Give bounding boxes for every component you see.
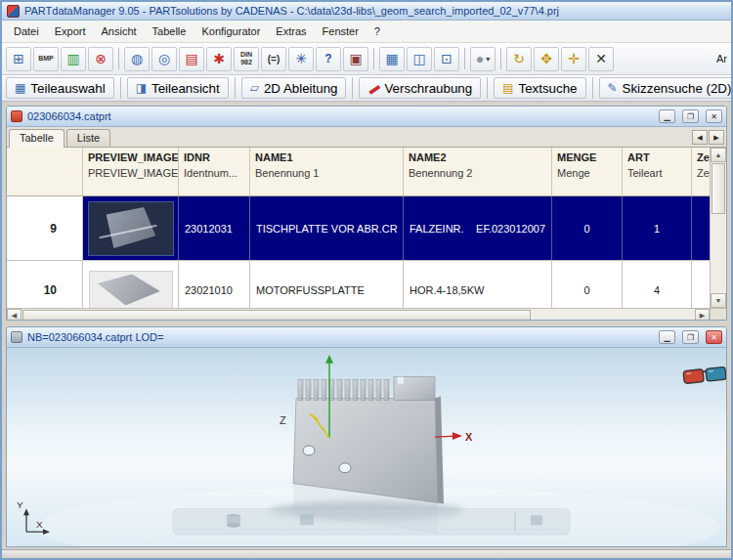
table-window: 023066034.catprt ▁ ❐ ✕ Tabelle Liste ◀ ▶… xyxy=(6,106,727,321)
column-name: ART xyxy=(627,151,686,163)
viewer-close-button[interactable]: ✕ xyxy=(706,330,722,344)
table-row[interactable]: 9 23012031 TISCHPLATTE VOR ABR.CR FALZEI… xyxy=(7,196,710,261)
din-standard-button[interactable]: DIN 982 xyxy=(234,47,259,71)
teileansicht-button[interactable]: ◨Teileansicht xyxy=(127,77,229,99)
viewer-window-titlebar[interactable]: NB=023066034.catprt LOD= ▁ ❐ ✕ xyxy=(7,327,726,348)
viewer-3d-canvas[interactable]: Z X xyxy=(7,348,726,546)
sphere-view-dropdown[interactable]: ●▾ xyxy=(470,47,496,71)
viewer-restore-button[interactable]: ❐ xyxy=(682,330,699,344)
table-restore-button[interactable]: ❐ xyxy=(682,109,699,123)
snowflake-button[interactable]: ✱ xyxy=(206,47,232,71)
din-standard-icon: DIN 982 xyxy=(235,51,258,66)
pdf-export-button[interactable]: ▤ xyxy=(179,47,204,71)
titlebar[interactable]: PARTdataManager 9.05 - PARTsolutions by … xyxy=(2,2,731,21)
textsuche-button[interactable]: ▤Textsuche xyxy=(494,77,585,99)
horizontal-scrollbar[interactable]: ◀ ▶ xyxy=(7,308,726,321)
toolbar-separator xyxy=(118,48,119,69)
equals-button[interactable]: (=) xyxy=(261,47,286,71)
viewer-toolbar-overlay[interactable] xyxy=(173,508,570,535)
horizontal-scroll-track[interactable] xyxy=(532,309,695,321)
vertical-scroll-thumb[interactable] xyxy=(711,163,725,214)
stamp-button[interactable]: ▣ xyxy=(343,47,368,71)
menu-tabelle[interactable]: Tabelle xyxy=(145,22,194,40)
preview-cell xyxy=(83,196,179,260)
scroll-left-icon[interactable]: ◀ xyxy=(7,309,22,321)
tab-tabelle[interactable]: Tabelle xyxy=(9,129,65,148)
teileauswahl-button[interactable]: ▦Teileauswahl xyxy=(6,77,114,99)
header-idnr[interactable]: IDNRIdentnum... xyxy=(179,148,250,195)
clipped-toolbar-label: Ar xyxy=(716,53,727,65)
snowflake-icon: ✱ xyxy=(213,51,225,66)
asterisk-button[interactable]: ✳ xyxy=(288,47,314,71)
pan-button[interactable]: ✥ xyxy=(534,47,559,71)
tools-button[interactable]: ✕ xyxy=(588,47,614,71)
globe-link-button[interactable]: ◎ xyxy=(151,47,177,71)
toolbar-separator xyxy=(373,48,374,69)
help-icon: ? xyxy=(324,52,331,65)
table-body: PREVIEW_IMAGEPREVIEW_IMAGE IDNRIdentnum.… xyxy=(7,148,726,308)
preview-cell xyxy=(83,261,179,308)
table-header-row: PREVIEW_IMAGEPREVIEW_IMAGE IDNRIdentnum.… xyxy=(7,148,710,196)
header-art[interactable]: ARTTeileart xyxy=(623,148,692,195)
part-view-icon: ◨ xyxy=(136,81,147,95)
scroll-right-icon[interactable]: ▶ xyxy=(695,309,710,321)
textsuche-label: Textsuche xyxy=(518,81,577,96)
axis-button[interactable]: ✛ xyxy=(561,47,586,71)
screen-preview-button[interactable]: ⊡ xyxy=(434,47,459,71)
ableitung-2d-label: 2D Ableitung xyxy=(264,81,338,96)
part-plate xyxy=(293,377,444,504)
header-ze[interactable]: ZeZe xyxy=(692,148,710,195)
scroll-up-icon[interactable]: ▲ xyxy=(711,148,726,162)
export-table-button[interactable]: ⊞ xyxy=(6,47,31,71)
idnr-cell: 23021010 xyxy=(179,261,250,308)
help-button[interactable]: ? xyxy=(316,47,341,71)
header-preview-image[interactable]: PREVIEW_IMAGEPREVIEW_IMAGE xyxy=(83,148,179,195)
menu-export[interactable]: Export xyxy=(47,22,94,40)
scroll-down-icon[interactable]: ▼ xyxy=(711,293,726,308)
vertical-scrollbar[interactable]: ▲ ▼ xyxy=(710,148,726,308)
menu-fenster[interactable]: Fenster xyxy=(315,22,366,40)
video-button[interactable]: ▥ xyxy=(61,47,86,71)
table-window-titlebar[interactable]: 023066034.catprt ▁ ❐ ✕ xyxy=(7,107,726,127)
table-close-button[interactable]: ✕ xyxy=(706,109,722,123)
header-name1[interactable]: NAME1Benennung 1 xyxy=(250,148,404,195)
vertical-scroll-track[interactable] xyxy=(711,215,726,293)
name1-text: MOTORFUSSPLATTE xyxy=(256,284,365,296)
chevron-down-icon: ▾ xyxy=(486,55,490,64)
horizontal-scroll-thumb[interactable] xyxy=(22,310,531,321)
tab-scroll-right-icon[interactable]: ▶ xyxy=(709,130,724,145)
ze-cell xyxy=(692,196,710,260)
table-window-icon: ◫ xyxy=(412,51,425,66)
table-minimize-button[interactable]: ▁ xyxy=(659,109,675,123)
tab-liste[interactable]: Liste xyxy=(66,129,110,147)
bmp-export-button[interactable]: BMP xyxy=(33,47,59,71)
part-thumbnail xyxy=(89,271,173,309)
column-name: MENGE xyxy=(557,151,617,163)
table-view-button[interactable]: ▦ xyxy=(379,47,405,71)
viewer-minimize-button[interactable]: ▁ xyxy=(659,330,675,344)
menge-cell: 0 xyxy=(552,196,623,260)
column-sub: Menge xyxy=(557,167,617,179)
table-row[interactable]: 10 23021010 MOTORFUSSPLATTE HOR.4-18,5KW… xyxy=(7,261,710,308)
header-menge[interactable]: MENGEMenge xyxy=(552,148,623,195)
menu-extras[interactable]: Extras xyxy=(268,22,314,40)
export-table-icon: ⊞ xyxy=(13,51,24,66)
delete-button[interactable]: ⊗ xyxy=(88,47,113,71)
table-window-button[interactable]: ◫ xyxy=(407,47,432,71)
menu-help[interactable]: ? xyxy=(366,22,388,40)
rotate-button[interactable]: ↻ xyxy=(506,47,532,71)
menu-datei[interactable]: Datei xyxy=(6,22,47,40)
tab-scroll-left-icon[interactable]: ◀ xyxy=(692,130,708,145)
globe-button[interactable]: ◍ xyxy=(124,47,150,71)
delete-icon: ⊗ xyxy=(95,51,107,66)
header-name2[interactable]: NAME2Benennung 2 xyxy=(404,148,552,195)
axis-icon: ✛ xyxy=(568,51,580,66)
skizzensuche-button[interactable]: ✎Skizzensuche (2D) xyxy=(599,77,732,99)
ableitung-2d-button[interactable]: ▱2D Ableitung xyxy=(241,77,347,99)
toolbar-separator xyxy=(352,77,353,99)
menu-ansicht[interactable]: Ansicht xyxy=(93,22,144,40)
verschraubung-button[interactable]: ▬Verschraubung xyxy=(359,77,481,99)
menubar: Datei Export Ansicht Tabelle Konfigurato… xyxy=(2,21,731,43)
header-rownum[interactable] xyxy=(7,148,83,195)
menu-konfigurator[interactable]: Konfigurator xyxy=(194,22,268,40)
